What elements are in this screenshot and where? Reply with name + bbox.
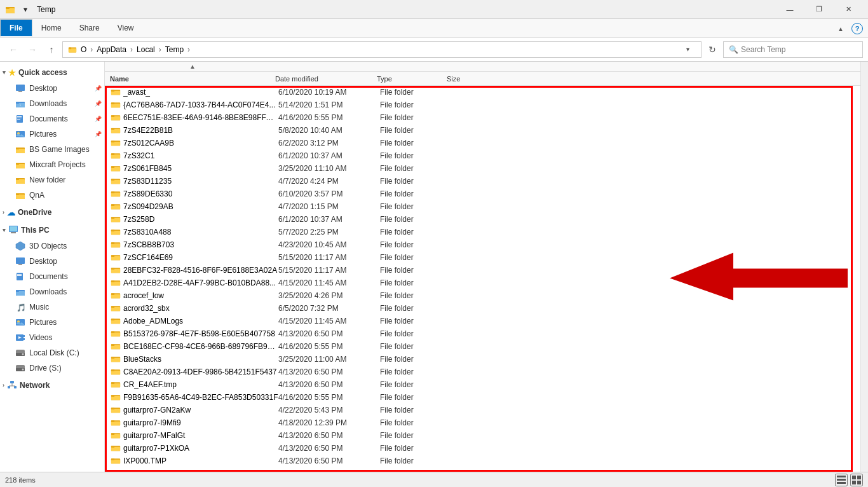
- maximize-button[interactable]: ❐: [804, 0, 834, 19]
- forward-button[interactable]: →: [24, 41, 41, 58]
- svg-rect-64: [111, 90, 114, 92]
- table-row[interactable]: BlueStacks 3/25/2020 11:00 AM File folde…: [105, 353, 860, 366]
- sidebar-item-documents[interactable]: Documents 📌: [0, 111, 104, 127]
- pin-icon: 📌: [95, 131, 102, 137]
- customize-quick-access-btn[interactable]: ▾: [18, 2, 33, 17]
- sidebar-item-local-disk[interactable]: Local Disk (C:): [0, 345, 104, 360]
- table-row[interactable]: 7zS061FB845 3/25/2020 11:10 AM File fold…: [105, 162, 860, 175]
- table-row[interactable]: 7zS094D29AB 4/7/2020 1:15 PM File folder: [105, 200, 860, 213]
- table-row[interactable]: Adobe_ADMLogs 4/15/2020 11:45 AM File fo…: [105, 315, 860, 327]
- col-date-header[interactable]: Date modified: [275, 75, 377, 83]
- address-box[interactable]: O › AppData › Local › Temp › ▾: [62, 41, 702, 58]
- help-btn[interactable]: ?: [851, 23, 863, 34]
- expand-address-btn[interactable]: ▾: [679, 41, 696, 58]
- table-row[interactable]: 7zSCF164E69 5/15/2020 11:17 AM File fold…: [105, 251, 860, 264]
- svg-rect-67: [111, 102, 114, 104]
- file-type: File folder: [380, 393, 450, 402]
- sidebar-item-pictures2[interactable]: Pictures: [0, 315, 104, 330]
- refresh-button[interactable]: ↻: [704, 41, 721, 58]
- table-row[interactable]: BCE168EC-CF98-4CE6-966B-689796FB9C47 4/1…: [105, 340, 860, 353]
- table-row[interactable]: 28EBFC32-F828-4516-8F6F-9E6188E3A02A 5/1…: [105, 264, 860, 277]
- sidebar-item-mixcraft[interactable]: Mixcraft Projects: [0, 157, 104, 172]
- svg-rect-4: [69, 48, 76, 52]
- table-row[interactable]: C8AE20A2-0913-4DEF-9986-5B42151F5437 4/1…: [105, 366, 860, 378]
- sidebar-item-desktop[interactable]: Desktop 📌: [0, 81, 104, 96]
- sidebar-quick-access-header[interactable]: ▾ ★ Quick access: [0, 64, 104, 81]
- file-type: File folder: [380, 317, 450, 326]
- col-size-header[interactable]: Size: [447, 75, 498, 83]
- sidebar-item-documents2[interactable]: Documents: [0, 269, 104, 284]
- sidebar-item-new-folder[interactable]: New folder: [0, 172, 104, 188]
- svg-rect-76: [111, 141, 114, 142]
- list-view-btn[interactable]: [835, 474, 848, 486]
- table-row[interactable]: 7zS258D 6/1/2020 10:37 AM File folder: [105, 213, 860, 226]
- back-button[interactable]: ←: [5, 41, 22, 58]
- table-row[interactable]: guitarpro7-I9Mfi9 4/18/2020 12:39 PM Fil…: [105, 416, 860, 429]
- table-row[interactable]: 7zS32C1 6/1/2020 10:37 AM File folder: [105, 149, 860, 162]
- table-row[interactable]: acrocef_low 3/25/2020 4:26 PM File folde…: [105, 289, 860, 302]
- table-row[interactable]: 7zS012CAA9B 6/2/2020 3:12 PM File folder: [105, 137, 860, 149]
- sidebar-item-drive-s[interactable]: Drive (S:): [0, 360, 104, 376]
- table-row[interactable]: 7zS83D11235 4/7/2020 4:24 PM File folder: [105, 175, 860, 188]
- col-type-header[interactable]: Type: [377, 75, 447, 83]
- sidebar-item-qna[interactable]: QnA: [0, 188, 104, 203]
- table-row[interactable]: F9B91635-65A6-4C49-B2EC-FA853D50331F 4/1…: [105, 391, 860, 404]
- col-name-header[interactable]: Name: [110, 75, 275, 83]
- sidebar-item-downloads2[interactable]: Downloads: [0, 284, 104, 299]
- table-row[interactable]: acrord32_sbx 6/5/2020 7:32 PM File folde…: [105, 302, 860, 315]
- folder-icon: [111, 443, 121, 453]
- videos-icon: [15, 333, 25, 343]
- table-row[interactable]: guitarpro7-GN2aKw 4/22/2020 5:43 PM File…: [105, 404, 860, 416]
- file-type: File folder: [380, 304, 450, 313]
- table-row[interactable]: A41D2EB2-D28E-4AF7-99BC-B010BDA88... 4/1…: [105, 277, 860, 289]
- minimize-button[interactable]: —: [775, 0, 804, 19]
- svg-rect-130: [111, 369, 114, 371]
- sidebar-label: 3D Objects: [29, 242, 67, 250]
- sidebar-item-bs-game-images[interactable]: BS Game Images: [0, 142, 104, 157]
- sidebar-item-desktop2[interactable]: Desktop: [0, 254, 104, 269]
- sidebar-this-pc-header[interactable]: ▾ This PC: [0, 222, 104, 238]
- file-date: 4/23/2020 10:45 AM: [278, 240, 380, 249]
- table-row[interactable]: 7zS89DE6330 6/10/2020 3:57 PM File folde…: [105, 188, 860, 200]
- svg-rect-84: [111, 180, 120, 184]
- breadcrumb-temp: Temp: [164, 45, 185, 54]
- up-button[interactable]: ↑: [43, 41, 60, 58]
- table-row[interactable]: guitarpro7-MFalGt 4/13/2020 6:50 PM File…: [105, 429, 860, 442]
- sidebar-item-videos[interactable]: Videos: [0, 330, 104, 345]
- file-date: 4/7/2020 4:24 PM: [278, 177, 380, 186]
- table-row[interactable]: 7zS8310A488 5/7/2020 2:25 PM File folder: [105, 226, 860, 238]
- file-name: guitarpro7-I9Mfi9: [123, 418, 278, 427]
- tab-share[interactable]: Share: [71, 19, 109, 37]
- sidebar-onedrive-header[interactable]: › ☁ OneDrive: [0, 204, 104, 221]
- file-type: File folder: [380, 380, 450, 389]
- chevron-icon: ▾: [3, 227, 6, 233]
- tile-view-btn[interactable]: [850, 474, 863, 486]
- search-input[interactable]: [741, 45, 857, 54]
- sidebar-item-label: Quick access: [18, 68, 67, 77]
- svg-rect-105: [111, 269, 120, 273]
- file-date: 4/16/2020 5:55 PM: [278, 393, 380, 402]
- folder-icon: [111, 202, 121, 212]
- table-row[interactable]: 6EEC751E-83EE-46A9-9146-8BE8E98FFA65 4/1…: [105, 111, 860, 124]
- svg-rect-123: [111, 345, 120, 349]
- sidebar-network-header[interactable]: › Network: [0, 377, 104, 394]
- table-row[interactable]: IXP000.TMP 4/13/2020 6:50 PM File folder: [105, 455, 860, 467]
- table-row[interactable]: 7zSCBB8B703 4/23/2020 10:45 AM File fold…: [105, 238, 860, 251]
- sidebar-item-pictures[interactable]: Pictures 📌: [0, 127, 104, 142]
- table-row[interactable]: B5153726-978F-4E7F-B598-E60E5B407758 4/1…: [105, 327, 860, 340]
- sidebar-item-3d-objects[interactable]: 3D Objects: [0, 238, 104, 254]
- table-row[interactable]: CR_E4AEF.tmp 4/13/2020 6:50 PM File fold…: [105, 378, 860, 391]
- sidebar-item-music[interactable]: 🎵 Music: [0, 299, 104, 315]
- tab-home[interactable]: Home: [32, 19, 71, 37]
- table-row[interactable]: 7zS4E22B81B 5/8/2020 10:40 AM File folde…: [105, 124, 860, 137]
- table-row[interactable]: guitarpro7-P1XkOA 4/13/2020 6:50 PM File…: [105, 442, 860, 455]
- tab-view[interactable]: View: [109, 19, 143, 37]
- close-button[interactable]: ✕: [834, 0, 863, 19]
- collapse-ribbon-btn[interactable]: ▲: [832, 20, 849, 37]
- tab-file[interactable]: File: [0, 19, 32, 37]
- folder-icon: [111, 100, 121, 110]
- table-row[interactable]: _avast_ 6/10/2020 10:19 AM File folder: [105, 86, 860, 99]
- svg-rect-109: [111, 280, 114, 282]
- table-row[interactable]: {AC76BA86-7AD7-1033-7B44-AC0F074E4... 5/…: [105, 99, 860, 111]
- sidebar-item-downloads[interactable]: ↓ Downloads 📌: [0, 96, 104, 111]
